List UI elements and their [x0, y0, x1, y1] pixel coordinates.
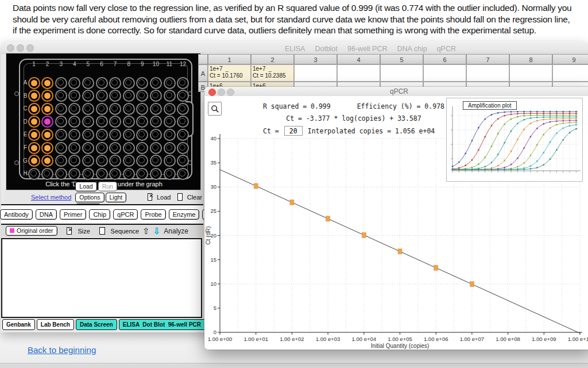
well-C8[interactable]: [123, 103, 135, 115]
well-G8[interactable]: [123, 155, 135, 167]
well-E2[interactable]: [41, 129, 53, 141]
well-A8[interactable]: [123, 77, 135, 89]
well-E7[interactable]: [109, 129, 121, 141]
well-H4[interactable]: [68, 168, 80, 180]
screen-tab-lab[interactable]: Lab Bench: [37, 319, 74, 330]
well-H11[interactable]: [164, 168, 176, 180]
sort-descending-icon[interactable]: ⇩: [153, 227, 161, 235]
ct-input[interactable]: [284, 126, 303, 136]
well-F2[interactable]: [41, 142, 53, 154]
tool-tab-chip[interactable]: Chip: [89, 209, 110, 220]
well-D11[interactable]: [164, 116, 176, 128]
cell-A7[interactable]: [466, 64, 509, 82]
clear-checkbox[interactable]: [177, 193, 182, 201]
well-A4[interactable]: [68, 77, 80, 89]
well-B1[interactable]: [28, 90, 40, 102]
tab-dotblot[interactable]: Dotblot: [315, 45, 338, 53]
original-order-button[interactable]: Original order: [6, 226, 57, 236]
well-H5[interactable]: [82, 168, 94, 180]
well-G10[interactable]: [150, 155, 162, 167]
well-H6[interactable]: [96, 168, 108, 180]
column-header-6[interactable]: 6: [423, 54, 466, 64]
well-C6[interactable]: [96, 103, 108, 115]
well-E5[interactable]: [82, 129, 94, 141]
cell-A2[interactable]: 1e+7_Ct = 10.2385: [251, 64, 294, 82]
tool-tab-qpcr[interactable]: qPCR: [113, 209, 138, 220]
well-E12[interactable]: [177, 129, 189, 141]
well-A5[interactable]: [82, 77, 94, 89]
cell-A1[interactable]: 1e+7_Ct = 10.1760: [208, 64, 251, 82]
well-F10[interactable]: [150, 142, 162, 154]
well-A1[interactable]: [28, 77, 40, 89]
column-header-4[interactable]: 4: [337, 54, 380, 64]
well-F1[interactable]: [28, 142, 40, 154]
analyze-label[interactable]: Analyze: [164, 227, 188, 235]
cell-A5[interactable]: [380, 64, 423, 82]
well-C11[interactable]: [164, 103, 176, 115]
tool-tab-antibody[interactable]: Antibody: [0, 209, 33, 220]
well-G1[interactable]: [28, 155, 40, 167]
well-F8[interactable]: [123, 142, 135, 154]
magnifier-tool-button[interactable]: [208, 102, 222, 116]
minimize-icon[interactable]: [17, 44, 24, 52]
well-C3[interactable]: [55, 103, 67, 115]
well-H7[interactable]: [109, 168, 121, 180]
well-A7[interactable]: [109, 77, 121, 89]
tool-tab-primer[interactable]: Primer: [60, 209, 86, 220]
cell-A8[interactable]: [509, 64, 552, 82]
well-F9[interactable]: [136, 142, 148, 154]
well-A12[interactable]: [177, 77, 189, 89]
well-F12[interactable]: [177, 142, 189, 154]
screen-tab-data[interactable]: Data Screen: [76, 319, 117, 330]
sort-ascending-icon[interactable]: ⇧: [142, 227, 150, 235]
well-B8[interactable]: [123, 90, 135, 102]
well-H10[interactable]: [150, 168, 162, 180]
load-checkbox[interactable]: [148, 193, 152, 201]
well-G11[interactable]: [164, 155, 176, 167]
column-header-8[interactable]: 8: [509, 54, 552, 64]
well-E3[interactable]: [55, 129, 67, 141]
well-D3[interactable]: [55, 116, 67, 128]
column-header-7[interactable]: 7: [466, 54, 509, 64]
well-A11[interactable]: [164, 77, 176, 89]
column-header-9[interactable]: 9: [552, 54, 588, 64]
well-C9[interactable]: [136, 103, 148, 115]
tab-qpcr[interactable]: qPCR: [437, 45, 456, 53]
tool-tab-enzyme[interactable]: Enzyme: [169, 209, 200, 220]
well-E11[interactable]: [164, 129, 176, 141]
well-F3[interactable]: [55, 142, 67, 154]
size-checkbox[interactable]: [67, 227, 72, 235]
well-E6[interactable]: [96, 129, 108, 141]
options-button[interactable]: Options: [75, 193, 104, 202]
well-B10[interactable]: [150, 90, 162, 102]
column-header-3[interactable]: 3: [294, 54, 337, 64]
well-G3[interactable]: [55, 155, 67, 167]
well-H9[interactable]: [136, 168, 148, 180]
well-E10[interactable]: [150, 129, 162, 141]
tab-96-well-pcr[interactable]: 96-well PCR: [347, 45, 387, 53]
tool-tab-dna[interactable]: DNA: [36, 209, 57, 220]
column-header-5[interactable]: 5: [380, 54, 423, 64]
well-C12[interactable]: [177, 103, 189, 115]
well-A3[interactable]: [55, 77, 67, 89]
well-F5[interactable]: [82, 142, 94, 154]
well-F11[interactable]: [164, 142, 176, 154]
row-header-A[interactable]: A: [198, 64, 208, 82]
cell-A3[interactable]: [294, 64, 337, 82]
well-C4[interactable]: [68, 103, 80, 115]
cell-A4[interactable]: [337, 64, 380, 82]
well-C10[interactable]: [150, 103, 162, 115]
well-H2[interactable]: [41, 168, 53, 180]
well-H12[interactable]: [177, 168, 189, 180]
well-G6[interactable]: [96, 155, 108, 167]
cell-A6[interactable]: [423, 64, 466, 82]
well-D6[interactable]: [96, 116, 108, 128]
well-C1[interactable]: [28, 103, 40, 115]
well-F4[interactable]: [68, 142, 80, 154]
well-H8[interactable]: [123, 168, 135, 180]
well-H1[interactable]: [28, 168, 40, 180]
well-D8[interactable]: [123, 116, 135, 128]
close-icon[interactable]: [7, 44, 14, 52]
well-C2[interactable]: [41, 103, 53, 115]
well-E8[interactable]: [123, 129, 135, 141]
